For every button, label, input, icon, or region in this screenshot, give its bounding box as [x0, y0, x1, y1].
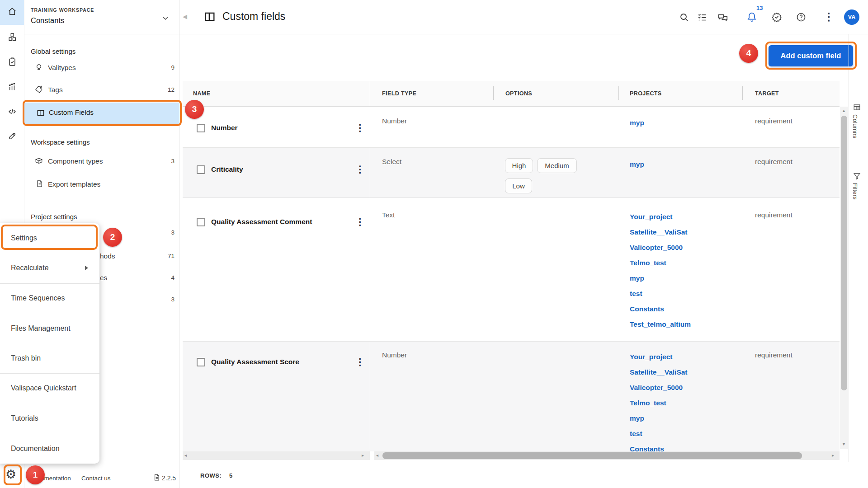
section-global-settings: Global settings — [31, 47, 75, 55]
page-title: Custom fields — [222, 10, 285, 23]
target: requirement — [755, 158, 793, 166]
scroll-left-icon[interactable]: ◂ — [184, 453, 187, 458]
highlight-box-custom-fields — [23, 100, 182, 126]
workspace-chevron-down-icon[interactable] — [161, 14, 170, 23]
filters-panel-button[interactable]: Filters — [852, 172, 867, 215]
search-icon[interactable] — [679, 12, 689, 23]
analytics-icon[interactable] — [7, 82, 17, 92]
project-link[interactable]: Satellite__ValiSat — [630, 365, 688, 380]
project-link[interactable]: Constants — [630, 301, 664, 317]
project-link[interactable]: Your_project — [630, 209, 672, 225]
section-project-settings: Project settings — [31, 213, 77, 221]
project-link[interactable]: myp — [630, 160, 644, 169]
menu-item-time-sequences[interactable]: Time Sequences — [0, 283, 99, 313]
highlight-box-settings — [1, 225, 98, 250]
field-name: Quality Assessment Comment — [211, 218, 312, 226]
target: requirement — [755, 351, 793, 359]
field-type: Select — [382, 158, 401, 166]
submenu-arrow-icon — [85, 266, 88, 270]
field-name: Criticality — [211, 165, 243, 174]
scroll-up-icon[interactable]: ▲ — [842, 108, 846, 113]
sidebar-collapse-icon[interactable]: ◀ — [183, 13, 187, 20]
more-options-icon[interactable]: ⋮ — [824, 12, 834, 22]
columns-icon — [853, 103, 867, 112]
scroll-right-icon[interactable]: ▸ — [362, 453, 364, 458]
column-header-projects: PROJECTS — [630, 90, 662, 97]
menu-item-files-management[interactable]: Files Management — [0, 314, 99, 343]
modules-icon[interactable] — [7, 32, 17, 42]
row-menu-icon[interactable]: ⋮ — [355, 357, 365, 367]
project-link[interactable]: Your_project — [630, 349, 672, 365]
frozen-pane-scrollbar[interactable] — [183, 451, 370, 460]
tasks-icon[interactable] — [7, 57, 17, 67]
row-menu-icon[interactable]: ⋮ — [355, 123, 365, 133]
sidebar-item-export-templates[interactable]: Export templates — [24, 176, 179, 193]
covered-item-count: 4 — [154, 274, 175, 281]
scroll-down-icon[interactable]: ▼ — [842, 442, 846, 446]
menu-item-tutorials[interactable]: Tutorials — [0, 404, 99, 433]
sidebar-item-tags[interactable]: Tags 12 — [24, 82, 179, 99]
project-link[interactable]: myp — [630, 411, 644, 426]
item-count: 9 — [154, 64, 175, 71]
row-checkbox[interactable] — [197, 358, 205, 366]
project-link[interactable]: Satellite__ValiSat — [630, 225, 688, 240]
menu-item-trash-bin[interactable]: Trash bin — [0, 343, 99, 373]
rows-count-value: 5 — [229, 472, 232, 479]
sidebar-item-valitypes[interactable]: Valitypes 9 — [24, 60, 179, 77]
row-checkbox[interactable] — [197, 124, 205, 132]
valitypes-icon — [34, 63, 43, 72]
project-link[interactable]: myp — [630, 271, 644, 286]
project-link[interactable]: Valicopter_5000 — [630, 380, 683, 395]
covered-item-count: 3 — [154, 229, 175, 236]
help-icon[interactable] — [796, 12, 807, 23]
project-links: Your_project Satellite__ValiSat Valicopt… — [630, 209, 691, 332]
version-doc-icon — [153, 474, 160, 481]
home-icon[interactable] — [7, 6, 17, 16]
sidebar-item-label: Tags — [48, 86, 63, 94]
row-checkbox[interactable] — [197, 218, 205, 226]
menu-item-valispace-quickstart[interactable]: Valispace Quickstart — [0, 373, 99, 403]
sidebar-item-component-types[interactable]: Component types 3 — [24, 153, 179, 170]
annotation-step-4: 4 — [739, 44, 758, 63]
columns-panel-button[interactable]: Columns — [852, 103, 867, 153]
project-link[interactable]: Telmo_test — [630, 395, 666, 411]
scripting-icon[interactable] — [7, 107, 17, 117]
row-menu-icon[interactable]: ⋮ — [355, 164, 365, 174]
annotation-step-3: 3 — [185, 100, 204, 119]
checklist-icon[interactable] — [697, 12, 708, 23]
scroll-right-icon[interactable]: ▸ — [832, 453, 834, 458]
highlight-box-gear — [4, 465, 22, 485]
verified-icon[interactable] — [771, 12, 782, 23]
project-link[interactable]: Valicopter_5000 — [630, 240, 683, 255]
item-count: 12 — [154, 86, 175, 93]
tag-icon — [34, 85, 43, 94]
workspace-name: Constants — [31, 16, 64, 25]
avatar[interactable]: VA — [844, 9, 859, 25]
item-count: 3 — [154, 158, 175, 164]
menu-item-recalculate[interactable]: Recalculate — [0, 253, 99, 283]
notification-badge: 13 — [756, 5, 763, 11]
contact-us-link[interactable]: Contact us — [81, 475, 111, 482]
row-menu-icon[interactable]: ⋮ — [355, 217, 365, 227]
annotation-step-1: 1 — [26, 465, 45, 484]
annotation-step-2: 2 — [103, 228, 122, 247]
covered-item-fragment: hods — [100, 252, 115, 260]
workspace-label: TRAINING WORKSPACE — [31, 7, 94, 13]
version-number: 2.2.5 — [162, 474, 176, 482]
project-link[interactable]: test — [630, 286, 642, 301]
notifications-bell-icon[interactable] — [746, 11, 758, 23]
project-link[interactable]: Telmo_test — [630, 255, 666, 271]
lab-icon[interactable] — [7, 131, 17, 141]
scroll-left-icon[interactable]: ◂ — [376, 453, 378, 458]
highlight-box-add-button — [765, 42, 857, 70]
project-link[interactable]: test — [630, 426, 642, 441]
vertical-scrollbar-thumb[interactable] — [841, 116, 847, 390]
horizontal-scrollbar-thumb[interactable] — [382, 452, 802, 459]
project-link[interactable]: myp — [630, 119, 644, 127]
chat-icon[interactable] — [717, 12, 729, 23]
row-checkbox[interactable] — [197, 165, 205, 174]
option-chip: Low — [505, 178, 532, 193]
filters-panel-label: Filters — [852, 183, 859, 200]
menu-item-documentation[interactable]: Documentation — [0, 434, 99, 464]
project-link[interactable]: Test_telmo_altium — [630, 317, 691, 332]
